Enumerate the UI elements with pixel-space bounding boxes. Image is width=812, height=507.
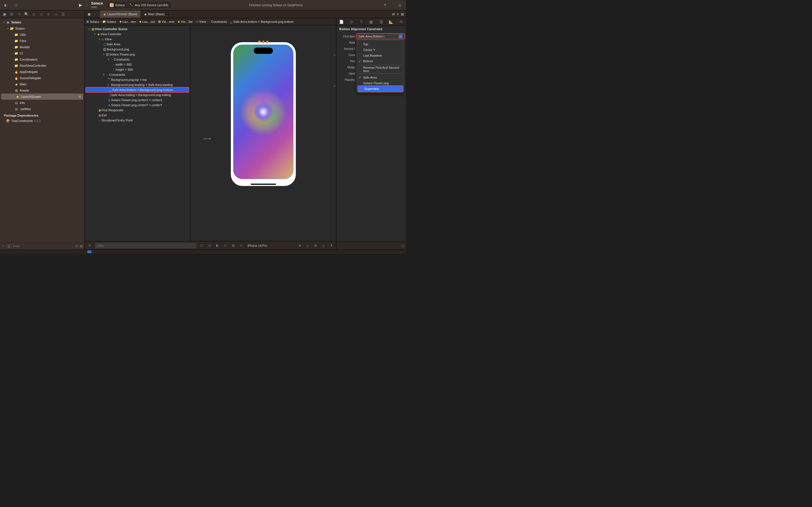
menu-item-reverse[interactable]: Reverse First And Second Item — [357, 66, 404, 72]
panel-toggle-icon[interactable]: ▢ — [402, 244, 404, 247]
nav-root[interactable]: ▾▣Solace — [0, 19, 84, 25]
align-icon[interactable]: ⫨ — [305, 244, 310, 247]
chevron-down-icon[interactable]: ⌄ — [399, 34, 403, 38]
attributes-inspector-icon[interactable]: ⇶ — [378, 20, 384, 24]
outline-constraint[interactable]: ▔Background.png.top = top — [85, 77, 190, 82]
outline-bg[interactable]: 🖼Background.png — [85, 47, 190, 52]
add-constant-icon[interactable]: ＋ — [333, 53, 336, 57]
run-button[interactable]: ▶ — [77, 2, 85, 8]
nav-folder[interactable]: ›📁UI — [0, 50, 84, 56]
nav-dep[interactable]: ›📦 TinyConstraints 4.0.2 — [0, 118, 84, 124]
forward-icon[interactable]: › — [97, 12, 100, 16]
outline-first-responder[interactable]: ▣First Responder — [85, 108, 190, 113]
outline-constraint[interactable]: ▁Safe Area.bottom = Background.png.botto… — [86, 87, 189, 93]
outline-constraint[interactable]: ↕height = 300 — [85, 67, 190, 72]
outline-entry[interactable]: →Storyboard Entry Point — [85, 118, 190, 123]
outline-constraint[interactable]: ▕Safe Area.trailing = Background.png.tra… — [85, 93, 190, 98]
symbol-nav-icon[interactable]: ⌗ — [16, 11, 22, 17]
library-icon[interactable]: ◫ — [396, 2, 404, 8]
menu-item-bottom[interactable]: Bottom — [357, 58, 404, 64]
nav-file[interactable]: ◆LaunchScreenM — [1, 94, 83, 100]
outline-scene[interactable]: ▾▦View Controller Scene — [85, 26, 190, 32]
accessibility-icon[interactable]: ⓘ — [207, 243, 212, 247]
back-icon[interactable]: ‹ — [94, 12, 97, 16]
source-control-nav-icon[interactable]: ☒ — [8, 11, 15, 17]
outline-view-constraints[interactable]: ▾▫Constraints — [85, 72, 190, 77]
report-nav-icon[interactable]: ☰ — [60, 11, 66, 17]
file-inspector-icon[interactable]: 📄 — [338, 20, 345, 24]
pin-icon[interactable]: ⊞ — [313, 244, 318, 247]
grid-icon[interactable]: ▦ — [88, 12, 91, 16]
split-icon[interactable]: ▥ — [401, 12, 404, 16]
project-nav-icon[interactable]: ▣ — [1, 11, 8, 17]
connections-inspector-icon[interactable]: ⟲ — [398, 20, 404, 24]
outline-vc[interactable]: ▾◉View Controller — [85, 32, 190, 37]
debug-indicator[interactable] — [87, 250, 91, 253]
outline-filter-input[interactable] — [95, 243, 196, 248]
outline-constraint[interactable]: ↔width = 300 — [85, 62, 190, 67]
nav-folder[interactable]: ›📁RootViewController — [0, 62, 84, 69]
breakpoint-nav-icon[interactable]: ▭ — [52, 11, 59, 17]
jump-bar[interactable]: ▣Solace› 📁Solace› ◆Lau…een› ◆Lau…se)› ▦V… — [85, 18, 336, 25]
find-nav-icon[interactable]: 🔍 — [23, 11, 30, 17]
review-icon[interactable]: ⇄ — [392, 12, 395, 16]
filter-icon[interactable]: ⊜ — [87, 244, 92, 247]
device-icon[interactable]: ▯ — [239, 244, 244, 247]
device-label[interactable]: iPhone 14 Pro — [248, 244, 267, 247]
add-button[interactable]: ＋ — [381, 2, 389, 8]
nav-folder[interactable]: ›📁Coordinators — [0, 56, 84, 62]
outline-constraint[interactable]: ▏Background.png.leading = Safe Area.lead… — [85, 82, 190, 87]
help-inspector-icon[interactable]: ? — [358, 20, 364, 24]
appearance-icon[interactable]: ◐ — [215, 244, 220, 247]
view-as-icon[interactable]: ▢ — [199, 244, 204, 247]
nav-back-icon[interactable]: ▢ — [12, 2, 20, 8]
outline-constraint[interactable]: ✛Solace Flower.png.centerY = centerY — [85, 103, 190, 108]
nav-folder[interactable]: ›📁Models — [0, 44, 84, 50]
outline-exit[interactable]: ▣Exit — [85, 113, 190, 118]
layout-icon[interactable]: ▥ — [231, 244, 236, 247]
scope-icon[interactable]: ⊜ — [6, 244, 11, 248]
menu-item-centery[interactable]: Center Y — [357, 47, 404, 53]
nav-file[interactable]: 🔥SceneDelegate — [0, 75, 84, 81]
history-inspector-icon[interactable]: ◷ — [348, 20, 354, 24]
nav-file[interactable]: 🔥AppDelegate — [0, 69, 84, 75]
first-item-dropdown[interactable]: Safe Area.Bottom ⊗ ⌄ Top Center Y Last B… — [357, 34, 404, 39]
outline-safearea[interactable]: ▢Safe Area — [85, 42, 190, 47]
nav-file[interactable]: ◆Main — [0, 81, 84, 87]
tab-launchscreen[interactable]: ◆ LaunchScreen (Base) — [100, 10, 141, 18]
menu-item-lastbaseline[interactable]: Last Baseline — [357, 53, 404, 58]
outline-view[interactable]: ▾▭View — [85, 37, 190, 42]
filter-input[interactable] — [13, 244, 73, 248]
nav-file[interactable]: ▤Info — [0, 100, 84, 106]
debug-nav-icon[interactable]: ⎋ — [45, 11, 52, 17]
menu-item-safearea[interactable]: Safe Area — [357, 75, 404, 80]
outline-flower-constraints[interactable]: ▾▫Constraints — [85, 57, 190, 62]
scm-icon[interactable]: ▤ — [80, 244, 83, 248]
nav-group[interactable]: ▾📁Solace — [0, 25, 84, 32]
nav-folder[interactable]: ›📁Files — [0, 38, 84, 44]
scheme-selector[interactable]: Solace › 🔨 Any iOS Device (arm64) — [107, 2, 170, 8]
add-icon[interactable]: ＋ — [2, 244, 5, 248]
test-nav-icon[interactable]: ◇ — [38, 11, 45, 17]
outline-flower[interactable]: ▾🖼Solace Flower.png — [85, 52, 190, 57]
menu-item-flower[interactable]: Solace Flower.png — [357, 80, 404, 86]
nav-folder[interactable]: ›📁Utils — [0, 32, 84, 38]
sidebar-toggle-icon[interactable]: ◧ — [2, 2, 10, 8]
menu-item-top[interactable]: Top — [357, 41, 404, 47]
tab-main[interactable]: ◆ Main (Base) — [141, 10, 168, 18]
recent-icon[interactable]: ◷ — [75, 244, 78, 248]
zoom-icon[interactable]: ⊕ — [297, 244, 302, 247]
add-icon[interactable]: ＋ — [333, 83, 336, 89]
menu-item-superview[interactable]: Superview — [358, 86, 403, 92]
nav-file[interactable]: ▤.swiftlint — [0, 106, 84, 112]
interface-builder-canvas[interactable]: ⟶ — [190, 25, 336, 241]
nav-file[interactable]: ▦Assets — [0, 87, 84, 94]
clear-icon[interactable]: ⊗ — [383, 35, 385, 38]
adjust-icon[interactable]: ≡ — [397, 12, 399, 16]
orientation-icon[interactable]: ▢ — [223, 244, 228, 247]
embed-icon[interactable]: ⬇ — [329, 244, 334, 247]
issue-nav-icon[interactable]: ⚠ — [31, 11, 37, 17]
resolve-icon[interactable]: △ — [321, 244, 326, 247]
identity-inspector-icon[interactable]: ▦ — [368, 20, 374, 24]
outline-constraint[interactable]: ✛Solace Flower.png.centerX = centerX — [85, 98, 190, 103]
